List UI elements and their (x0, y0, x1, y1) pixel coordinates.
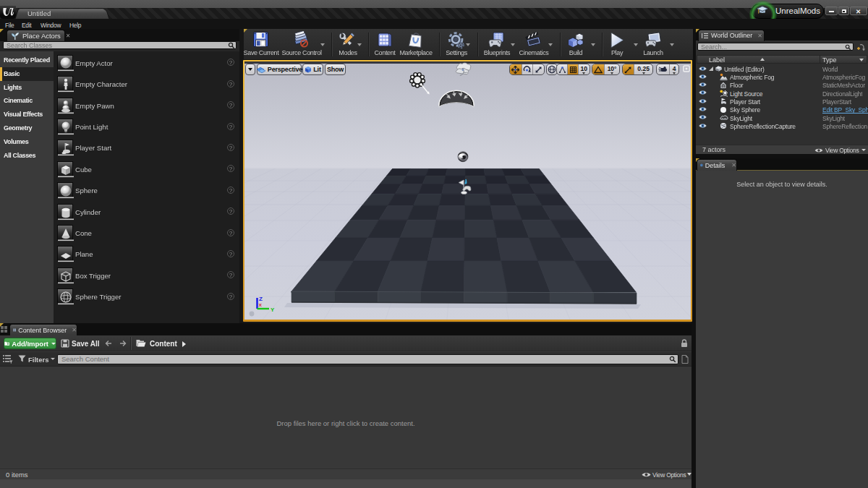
svg-text:Y: Y (271, 307, 275, 313)
svg-text:x: x (259, 301, 263, 308)
